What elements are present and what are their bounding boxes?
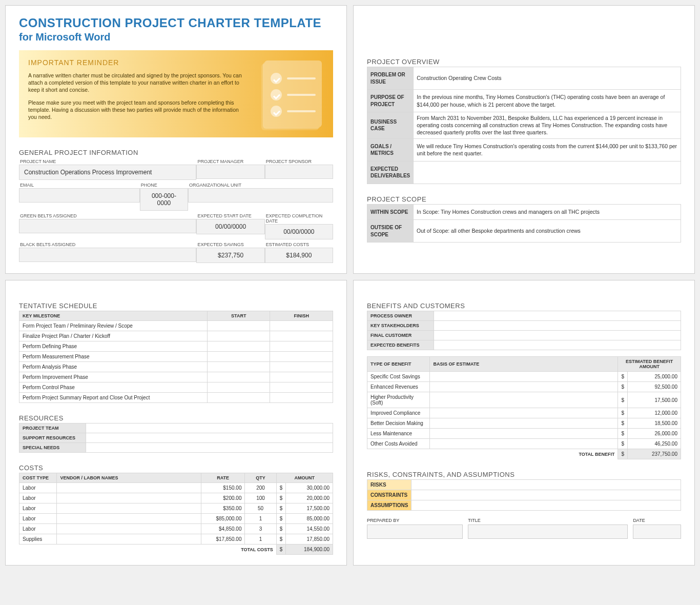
col-cost-type: COST TYPE (19, 473, 57, 483)
label-black-belts: BLACK BELTS ASSIGNED (19, 240, 196, 248)
page-2: PROJECT OVERVIEW PROBLEM OR ISSUEConstru… (353, 5, 695, 274)
within-scope-value: In Scope: Tiny Homes Construction crews … (414, 204, 681, 220)
total-benefit-label: TOTAL BENEFIT (367, 449, 618, 459)
risks-table: RISKS CONSTRAINTS ASSUMPTIONS (367, 479, 681, 511)
resources-table: PROJECT TEAM SUPPORT RESOURCES SPECIAL N… (19, 423, 333, 453)
table-row: Supplies$17,850.001$17,850.00 (19, 534, 333, 544)
resources-heading: RESOURCES (19, 414, 333, 422)
table-row: Labor$200.00100$20,000.00 (19, 493, 333, 503)
benefits-info-table: PROCESS OWNER KEY STAKEHOLDERS FINAL CUS… (367, 311, 681, 350)
table-row: Better Decision Making$18,500.00 (367, 418, 681, 429)
table-row: PURPOSE OF PROJECTIn the previous nine m… (367, 90, 681, 112)
table-row: Perform Control Phase (19, 382, 333, 393)
table-row: Other Costs Avoided$46,250.00 (367, 439, 681, 449)
title-field[interactable] (468, 525, 628, 539)
table-row: Finalize Project Plan / Charter / Kickof… (19, 331, 333, 341)
col-benefit-type: TYPE OF BENEFIT (367, 357, 430, 372)
overview-table: PROBLEM OR ISSUEConstruction Operating C… (367, 67, 681, 184)
table-row: Perform Analysis Phase (19, 362, 333, 372)
title-label: TITLE (468, 518, 628, 523)
benefits-table: TYPE OF BENEFIT BASIS OF ESTIMATE ESTIMA… (367, 356, 681, 459)
label-project-manager: PROJECT MANAGER (196, 157, 264, 165)
within-scope-label: WITHIN SCOPE (367, 204, 414, 220)
total-costs-value: 184,900.00 (286, 544, 333, 555)
label-expected-start: EXPECTED START DATE (196, 212, 264, 219)
signoff-row: PREPARED BY TITLE DATE (367, 518, 681, 539)
estimated-costs-field[interactable]: $184,900 (265, 248, 333, 263)
date-field[interactable] (633, 525, 681, 539)
expected-savings-field[interactable]: $237,750 (196, 248, 264, 263)
general-heading: GENERAL PROJECT INFORMATION (19, 149, 333, 156)
table-row: Perform Project Summary Report and Close… (19, 393, 333, 403)
expected-completion-field[interactable]: 00/00/0000 (265, 224, 333, 239)
doc-subtitle: for Microsoft Word (19, 31, 333, 43)
black-belts-field[interactable] (19, 248, 196, 262)
costs-heading: COSTS (19, 464, 333, 472)
col-benefit-amount: ESTIMATED BENEFIT AMOUNT (618, 357, 681, 372)
total-costs-label: TOTAL COSTS (19, 544, 277, 555)
table-row: Enhanced Revenues$92,500.00 (367, 382, 681, 392)
ben-final-label: FINAL CUSTOMER (367, 331, 434, 340)
project-sponsor-field[interactable] (265, 165, 333, 179)
label-estimated-costs: ESTIMATED COSTS (265, 240, 333, 248)
email-field[interactable] (19, 188, 140, 203)
label-project-name: PROJECT NAME (19, 157, 196, 165)
table-row: Labor$4,850.003$14,550.00 (19, 524, 333, 534)
page-3: TENTATIVE SCHEDULE KEY MILESTONE START F… (5, 280, 347, 566)
total-benefit-value: 237,750.00 (627, 449, 681, 459)
res-team-label: PROJECT TEAM (19, 424, 86, 433)
doc-title: CONSTRUCTION PROJECT CHARTER TEMPLATE (19, 16, 333, 30)
col-vendor: VENDOR / LABOR NAMES (57, 473, 201, 483)
risks-heading: RISKS, CONSTRAINTS, AND ASSUMPTIONS (367, 471, 681, 478)
table-row: Perform Improvement Phase (19, 372, 333, 382)
table-row: Perform Defining Phase (19, 341, 333, 352)
table-row: GOALS / METRICSWe will reduce Tiny Homes… (367, 138, 681, 161)
label-project-sponsor: PROJECT SPONSOR (265, 157, 333, 165)
label-org-unit: ORGANIZATIONAL UNIT (188, 181, 333, 188)
page-1: CONSTRUCTION PROJECT CHARTER TEMPLATE fo… (5, 5, 347, 274)
table-row: PROBLEM OR ISSUEConstruction Operating C… (367, 67, 681, 90)
col-start: START (208, 311, 270, 321)
col-basis: BASIS OF ESTIMATE (430, 357, 618, 372)
scope-heading: PROJECT SCOPE (367, 195, 681, 203)
col-amount: AMOUNT (276, 473, 333, 483)
scope-table: WITHIN SCOPE In Scope: Tiny Homes Constr… (367, 204, 681, 243)
reminder-p1: A narrative written charter must be circ… (28, 72, 249, 94)
reminder-panel: IMPORTANT REMINDER A narrative written c… (19, 50, 333, 137)
table-row: Specific Cost Savings$25,000.00 (367, 372, 681, 382)
table-row: EXPECTED DELIVERABLES (367, 161, 681, 184)
label-expected-savings: EXPECTED SAVINGS (196, 240, 264, 248)
label-email: EMAIL (19, 181, 140, 188)
green-belts-field[interactable] (19, 219, 196, 233)
prepared-by-label: PREPARED BY (367, 518, 463, 523)
table-row: BUSINESS CASEFrom March 2031 to November… (367, 112, 681, 139)
table-row: WITHIN SCOPE In Scope: Tiny Homes Constr… (367, 204, 681, 220)
schedule-heading: TENTATIVE SCHEDULE (19, 302, 333, 310)
col-qty: QTY (245, 473, 276, 483)
label-green-belts: GREEN BELTS ASSIGNED (19, 212, 196, 219)
phone-field[interactable]: 000-000-0000 (140, 188, 188, 211)
constraints-label: CONSTRAINTS (367, 490, 411, 500)
costs-table: COST TYPE VENDOR / LABOR NAMES RATE QTY … (19, 473, 333, 555)
project-manager-field[interactable] (196, 165, 264, 179)
table-row: Perform Measurement Phase (19, 352, 333, 362)
assumptions-label: ASSUMPTIONS (367, 500, 411, 511)
table-row: Labor$85,000.001$85,000.00 (19, 514, 333, 524)
schedule-table: KEY MILESTONE START FINISH Form Project … (19, 311, 333, 403)
expected-start-field[interactable]: 00/00/0000 (196, 219, 264, 234)
label-expected-completion: EXPECTED COMPLETION DATE (265, 212, 333, 224)
project-name-field[interactable]: Construction Operations Process Improvem… (19, 165, 196, 180)
col-rate: RATE (201, 473, 245, 483)
outside-scope-label: OUTSIDE OF SCOPE (367, 220, 414, 243)
table-row: OUTSIDE OF SCOPE Out of Scope: all other… (367, 220, 681, 243)
table-row: Improved Compliance$12,000.00 (367, 408, 681, 418)
benefits-heading: BENEFITS AND CUSTOMERS (367, 302, 681, 310)
prepared-by-field[interactable] (367, 525, 463, 539)
org-unit-field[interactable] (188, 188, 333, 203)
res-support-label: SUPPORT RESOURCES (19, 433, 86, 443)
col-finish: FINISH (270, 311, 333, 321)
reminder-p2: Please make sure you meet with the proje… (28, 99, 249, 121)
table-row: Less Maintenance$26,000.00 (367, 429, 681, 439)
risks-label: RISKS (367, 480, 411, 490)
outside-scope-value: Out of Scope: all other Bespoke departme… (414, 220, 681, 243)
